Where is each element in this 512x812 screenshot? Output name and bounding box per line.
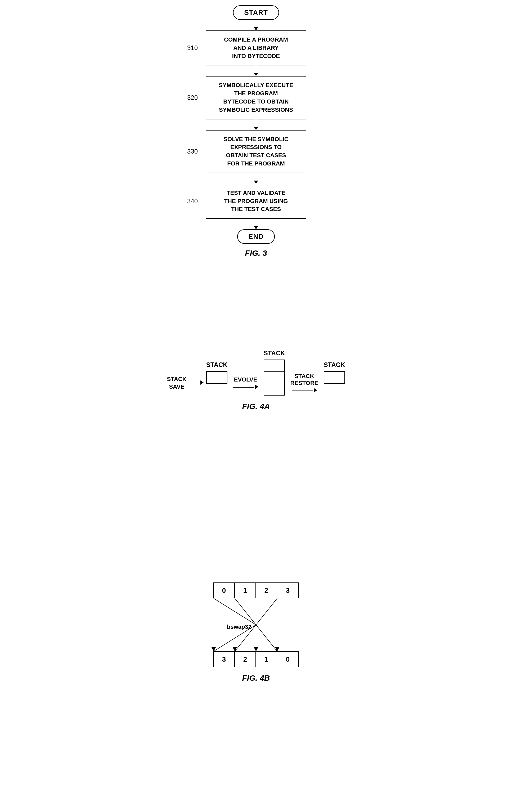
stack3-wrapper	[324, 371, 345, 384]
fig4a-diagram: STACK SAVE STACK EVOLVE STACK	[167, 349, 345, 396]
arrow-3	[256, 119, 256, 130]
stack2-cell3	[264, 383, 285, 395]
stack1-label: STACK	[206, 361, 228, 369]
evolve-arrow-line	[233, 387, 254, 387]
top-cell-1: 1	[235, 583, 256, 598]
stack1-wrapper	[206, 371, 227, 384]
label-330: 330	[187, 148, 198, 155]
end-terminal: END	[237, 229, 275, 244]
bottom-cell-3: 3	[214, 652, 235, 667]
fig4a-section: STACK SAVE STACK EVOLVE STACK	[0, 349, 512, 411]
fig4b-diagram: 0 1 2 3 bswap32	[203, 582, 309, 667]
top-cell-2: 2	[256, 583, 277, 598]
step310-box: COMPILE A PROGRAM AND A LIBRARY INTO BYT…	[206, 30, 306, 65]
step330-box: SOLVE THE SYMBOLIC EXPRESSIONS TO OBTAIN…	[206, 130, 306, 173]
restore-arrow	[292, 388, 317, 394]
bswap32-arrows: bswap32	[203, 598, 309, 651]
svg-line-0	[214, 598, 256, 625]
stack1-group: STACK	[206, 361, 228, 384]
svg-marker-6	[211, 647, 216, 651]
step340-box: TEST AND VALIDATE THE PROGRAM USING THE …	[206, 184, 306, 219]
restore-arrow-line	[292, 390, 313, 391]
save-arrow	[189, 380, 204, 386]
arrow-2	[256, 65, 256, 76]
step330-row: 330 SOLVE THE SYMBOLIC EXPRESSIONS TO OB…	[177, 130, 335, 173]
evolve-label: EVOLVE	[234, 376, 257, 383]
fig4b-caption: FIG. 4B	[242, 673, 270, 683]
svg-text:bswap32: bswap32	[227, 624, 252, 630]
fig3-section: START 310 COMPILE A PROGRAM AND A LIBRAR…	[0, 5, 512, 258]
stack2-group: STACK	[264, 349, 285, 396]
svg-marker-10	[254, 647, 258, 651]
fig3-caption: FIG. 3	[245, 249, 267, 258]
top-cell-3: 3	[277, 583, 298, 598]
svg-line-1	[235, 598, 256, 625]
step320-row: 320 SYMBOLICALLY EXECUTE THE PROGRAM BYT…	[177, 76, 335, 119]
fig3-flowchart: START 310 COMPILE A PROGRAM AND A LIBRAR…	[177, 5, 335, 258]
label-310: 310	[187, 44, 198, 52]
evolve-group: EVOLVE	[233, 376, 258, 390]
stack2-cell2	[264, 372, 285, 383]
stack-restore-group: STACK RESTORE	[290, 373, 318, 394]
arrow-1	[256, 20, 256, 30]
top-cell-0: 0	[214, 583, 235, 598]
step310-row: 310 COMPILE A PROGRAM AND A LIBRARY INTO…	[177, 30, 335, 65]
stack-save-label: STACK SAVE	[167, 375, 187, 390]
save-arrow-line	[189, 383, 199, 383]
fig4a-caption: FIG. 4A	[242, 402, 270, 411]
save-arrow-head	[200, 380, 204, 386]
stack3-label: STACK	[324, 361, 345, 369]
stack1-cell1	[207, 372, 228, 383]
bottom-cell-0: 0	[277, 652, 298, 667]
restore-arrow-head	[314, 388, 317, 394]
svg-line-11	[256, 625, 277, 651]
label-320: 320	[187, 94, 198, 102]
bottom-cell-1: 1	[256, 652, 277, 667]
step320-box: SYMBOLICALLY EXECUTE THE PROGRAM BYTECOD…	[206, 76, 306, 119]
svg-line-3	[256, 598, 277, 625]
top-byte-row: 0 1 2 3	[213, 582, 299, 598]
stack2-cell1	[264, 360, 285, 372]
evolve-arrow-head	[255, 385, 258, 390]
stack3-group: STACK	[324, 361, 345, 384]
bottom-cell-2: 2	[235, 652, 256, 667]
stack-restore-label: STACK RESTORE	[290, 373, 318, 386]
fig4b-section: 0 1 2 3 bswap32	[0, 582, 512, 683]
evolve-arrow	[233, 385, 258, 390]
label-340: 340	[187, 198, 198, 205]
stack2-wrapper	[264, 359, 285, 396]
arrow-5	[256, 219, 256, 229]
stack3-cell1	[324, 372, 345, 383]
stack2-label: STACK	[264, 349, 285, 357]
arrow-4	[256, 173, 256, 184]
bottom-byte-row: 3 2 1 0	[213, 651, 299, 667]
stack-save-group: STACK SAVE	[167, 375, 204, 390]
step340-row: 340 TEST AND VALIDATE THE PROGRAM USING …	[177, 184, 335, 219]
start-terminal: START	[233, 5, 279, 20]
